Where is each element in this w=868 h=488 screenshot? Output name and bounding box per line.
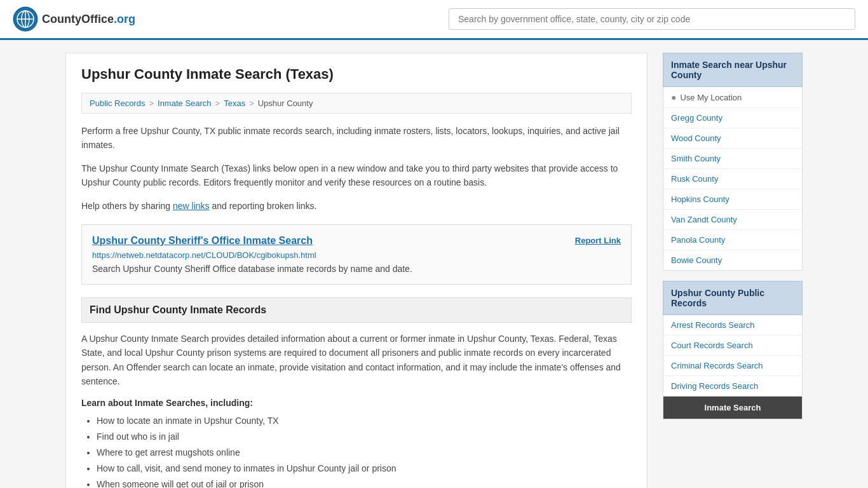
report-link-button[interactable]: Report Link xyxy=(575,236,621,245)
breadcrumb: Public Records > Inmate Search > Texas >… xyxy=(81,93,632,114)
sidebar-public-records-title: Upshur County Public Records xyxy=(663,281,803,315)
sidebar: Inmate Search near Upshur County ● Use M… xyxy=(663,53,803,488)
breadcrumb-current: Upshur County xyxy=(258,98,313,108)
sidebar-link-arrest[interactable]: Arrest Records Search xyxy=(663,315,802,336)
new-links[interactable]: new links xyxy=(173,201,210,211)
list-item: When someone will get out of jail or pri… xyxy=(97,477,632,488)
sidebar-link-hopkins[interactable]: Hopkins County xyxy=(663,189,802,210)
sidebar-link-driving[interactable]: Driving Records Search xyxy=(663,376,802,396)
sidebar-link-court[interactable]: Court Records Search xyxy=(663,336,802,356)
learn-subtitle: Learn about Inmate Searches, including: xyxy=(81,398,632,408)
description-1: Perform a free Upshur County, TX public … xyxy=(81,124,632,152)
sidebar-link-gregg[interactable]: Gregg County xyxy=(663,108,802,128)
list-item: Find out who is in jail xyxy=(97,429,632,445)
list-item: Where to get arrest mugshots online xyxy=(97,445,632,461)
use-my-location-label: Use My Location xyxy=(680,93,742,102)
bullet-list: How to locate an inmate in Upshur County… xyxy=(81,413,632,488)
resource-description: Search Upshur County Sheriff Office data… xyxy=(92,264,621,274)
search-input[interactable] xyxy=(449,8,855,30)
list-item: How to locate an inmate in Upshur County… xyxy=(97,413,632,429)
sidebar-link-inmate[interactable]: Inmate Search xyxy=(663,396,802,419)
breadcrumb-inmate-search[interactable]: Inmate Search xyxy=(158,98,212,108)
sidebar-link-vanzandt[interactable]: Van Zandt County xyxy=(663,210,802,230)
description-2: The Upshur County Inmate Search (Texas) … xyxy=(81,161,632,190)
resource-url: https://netweb.netdatacorp.net/CLOUD/BOK… xyxy=(92,250,621,260)
content-area: Upshur County Inmate Search (Texas) Publ… xyxy=(65,53,648,488)
sidebar-link-smith[interactable]: Smith County xyxy=(663,149,802,169)
breadcrumb-texas[interactable]: Texas xyxy=(224,98,245,108)
location-icon: ● xyxy=(671,92,676,102)
sidebar-nearby-title: Inmate Search near Upshur County xyxy=(663,53,803,87)
sidebar-link-criminal[interactable]: Criminal Records Search xyxy=(663,356,802,376)
breadcrumb-sep-3: > xyxy=(249,98,254,108)
resource-card: Upshur County Sheriff's Office Inmate Se… xyxy=(81,224,632,285)
logo-text: CountyOffice.org xyxy=(42,13,135,26)
sidebar-nearby-section: Inmate Search near Upshur County ● Use M… xyxy=(663,53,803,271)
resource-title: Upshur County Sheriff's Office Inmate Se… xyxy=(92,235,621,247)
breadcrumb-sep-1: > xyxy=(149,98,154,108)
use-my-location[interactable]: ● Use My Location xyxy=(663,87,802,108)
search-bar xyxy=(449,8,855,30)
sidebar-public-records-section: Upshur County Public Records Arrest Reco… xyxy=(663,281,803,419)
site-logo[interactable]: CountyOffice.org xyxy=(13,6,135,32)
sidebar-link-wood[interactable]: Wood County xyxy=(663,128,802,149)
sidebar-link-bowie[interactable]: Bowie County xyxy=(663,250,802,270)
sidebar-link-rusk[interactable]: Rusk County xyxy=(663,169,802,189)
description-3: Help others by sharing new links and rep… xyxy=(81,199,632,213)
resource-link[interactable]: Upshur County Sheriff's Office Inmate Se… xyxy=(92,235,313,247)
page-title: Upshur County Inmate Search (Texas) xyxy=(81,66,632,83)
sidebar-public-records-links: Arrest Records Search Court Records Sear… xyxy=(663,315,803,419)
site-header: CountyOffice.org xyxy=(0,0,868,40)
logo-icon xyxy=(13,6,38,32)
find-records-title: Find Upshur County Inmate Records xyxy=(81,297,632,323)
breadcrumb-sep-2: > xyxy=(215,98,220,108)
breadcrumb-public-records[interactable]: Public Records xyxy=(90,98,145,108)
find-records-text: A Upshur County Inmate Search provides d… xyxy=(81,332,632,389)
list-item: How to call, visit, and send money to in… xyxy=(97,461,632,477)
sidebar-nearby-links: ● Use My Location Gregg County Wood Coun… xyxy=(663,87,803,271)
sidebar-link-panola[interactable]: Panola County xyxy=(663,230,802,250)
main-container: Upshur County Inmate Search (Texas) Publ… xyxy=(53,40,815,488)
find-records-section: Find Upshur County Inmate Records A Upsh… xyxy=(81,297,632,488)
